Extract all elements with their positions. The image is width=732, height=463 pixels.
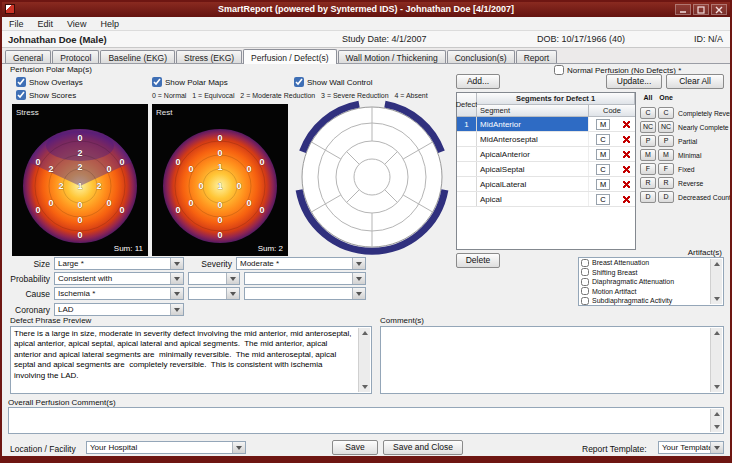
save-button[interactable]: Save	[332, 440, 378, 455]
rev-all-m-button[interactable]: M	[640, 149, 656, 161]
artifact-item[interactable]: Subdiaphragmatic Activity	[579, 296, 723, 306]
rev-one-m-button[interactable]: M	[658, 149, 674, 161]
segment-name-cell[interactable]: MidAnterior	[477, 117, 589, 131]
rev-one-d-button[interactable]: D	[658, 191, 674, 203]
segment-row[interactable]: 1MidAnteriorM	[457, 117, 635, 132]
rev-one-p-button[interactable]: P	[658, 135, 674, 147]
show-overlays-box[interactable]	[16, 77, 26, 87]
segment-name-cell[interactable]: ApicalLateral	[477, 177, 589, 191]
artifact-item[interactable]: Motion Artifact	[579, 287, 723, 297]
delete-segment-icon[interactable]	[623, 181, 630, 188]
segment-name-cell[interactable]: ApicalAnterior	[477, 147, 589, 161]
segment-row[interactable]: ApicalLateralM	[457, 177, 635, 192]
artifact-item[interactable]: Breast Attenuation	[579, 258, 723, 268]
show-wall-control-checkbox[interactable]: Show Wall Control	[294, 77, 373, 87]
artifact-item[interactable]: Shifting Breast	[579, 268, 723, 278]
show-overlays-checkbox[interactable]: Show Overlays	[16, 77, 83, 87]
segment-code-box[interactable]: M	[596, 119, 610, 130]
segment-code-cell[interactable]: M	[589, 177, 617, 191]
minimize-button[interactable]	[675, 4, 691, 15]
tab-wall-motion-thickening[interactable]: Wall Motion / Thickening	[338, 50, 446, 63]
overall-comments-textarea[interactable]	[8, 407, 724, 434]
segment-code-cell[interactable]: C	[589, 162, 617, 176]
show-polar-maps-checkbox[interactable]: Show Polar Maps	[152, 77, 228, 87]
rev-one-r-button[interactable]: R	[658, 177, 674, 189]
segment-code-cell[interactable]: C	[589, 192, 617, 206]
rev-all-p-button[interactable]: P	[640, 135, 656, 147]
delete-segment-icon[interactable]	[623, 196, 630, 203]
artifact-checkbox[interactable]	[581, 287, 589, 295]
severity-select[interactable]: Moderate *	[236, 257, 366, 270]
rev-one-f-button[interactable]: F	[658, 163, 674, 175]
artifact-item[interactable]: Diaphragmatic Attenuation	[579, 277, 723, 287]
comments-textarea[interactable]	[380, 326, 724, 394]
tab-report[interactable]: Report	[516, 50, 558, 63]
delete-segment-icon[interactable]	[623, 151, 630, 158]
rev-one-nc-button[interactable]: NC	[658, 121, 674, 133]
cause-extra2-select[interactable]	[244, 287, 366, 300]
delete-segment-icon[interactable]	[623, 136, 630, 143]
segment-code-cell[interactable]: M	[589, 147, 617, 161]
delete-segment-icon[interactable]	[623, 166, 630, 173]
defect-phrase-preview[interactable]: There is a large in size, moderate in se…	[10, 326, 372, 394]
probability-extra-select[interactable]	[188, 272, 240, 285]
delete-segment-icon[interactable]	[623, 121, 630, 128]
wall-control-map[interactable]	[294, 97, 452, 257]
segment-row[interactable]: ApicalSeptalC	[457, 162, 635, 177]
add-defect-button[interactable]: Add...	[456, 74, 500, 89]
rev-all-c-button[interactable]: C	[640, 107, 656, 119]
artifact-checkbox[interactable]	[581, 278, 589, 286]
rev-one-c-button[interactable]: C	[658, 107, 674, 119]
normal-perfusion-box[interactable]	[554, 65, 564, 75]
phrase-scrollbar[interactable]	[358, 328, 370, 392]
cause-extra-select[interactable]	[188, 287, 240, 300]
maximize-button[interactable]	[693, 4, 709, 15]
report-template-select[interactable]: Your Template	[658, 441, 724, 454]
menu-edit[interactable]: Edit	[31, 19, 61, 29]
menu-file[interactable]: File	[2, 19, 31, 29]
rev-all-r-button[interactable]: R	[640, 177, 656, 189]
segment-code-box[interactable]: C	[596, 164, 610, 175]
segment-code-box[interactable]: C	[596, 134, 610, 145]
segment-name-cell[interactable]: ApicalSeptal	[477, 162, 589, 176]
segment-code-cell[interactable]: M	[589, 117, 617, 131]
cause-select[interactable]: Ischemia *	[54, 287, 184, 300]
size-select[interactable]: Large *	[54, 257, 184, 270]
tab-baseline-ekg[interactable]: Baseline (EKG)	[100, 50, 175, 63]
show-polar-maps-box[interactable]	[152, 77, 162, 87]
show-scores-checkbox[interactable]: Show Scores	[16, 90, 76, 100]
menu-help[interactable]: Help	[93, 19, 126, 29]
artifacts-scrollbar[interactable]	[710, 259, 722, 304]
artifact-checkbox[interactable]	[581, 259, 589, 267]
rev-all-f-button[interactable]: F	[640, 163, 656, 175]
save-and-close-button[interactable]: Save and Close	[383, 440, 463, 455]
delete-defect-button[interactable]: Delete	[456, 253, 500, 268]
update-button[interactable]: Update...	[606, 74, 662, 89]
rev-all-nc-button[interactable]: NC	[640, 121, 656, 133]
segment-name-cell[interactable]: MidAnteroseptal	[477, 132, 589, 146]
menu-view[interactable]: View	[60, 19, 93, 29]
segment-code-box[interactable]: M	[596, 149, 610, 160]
overall-scrollbar[interactable]	[710, 409, 722, 432]
tab-stress-ekg[interactable]: Stress (EKG)	[176, 50, 242, 63]
artifact-checkbox[interactable]	[581, 268, 589, 276]
segment-code-cell[interactable]: C	[589, 132, 617, 146]
segment-code-box[interactable]: C	[596, 194, 610, 205]
tab-conclusion-s[interactable]: Conclusion(s)	[447, 50, 515, 63]
segment-row[interactable]: MidAnteroseptalC	[457, 132, 635, 147]
segment-row[interactable]: ApicalC	[457, 192, 635, 207]
clear-all-button[interactable]: Clear All	[666, 74, 724, 89]
probability-select[interactable]: Consistent with	[54, 272, 184, 285]
tab-perfusion-defect-s[interactable]: Perfusion / Defect(s)	[243, 49, 336, 64]
segment-code-box[interactable]: M	[596, 179, 610, 190]
rev-all-d-button[interactable]: D	[640, 191, 656, 203]
artifact-checkbox[interactable]	[581, 297, 589, 305]
close-button[interactable]	[711, 4, 727, 15]
location-facility-select[interactable]: Your Hospital	[86, 441, 246, 454]
segment-row[interactable]: ApicalAnteriorM	[457, 147, 635, 162]
comments-scrollbar[interactable]	[710, 328, 722, 392]
tab-protocol[interactable]: Protocol	[52, 50, 99, 63]
show-wall-control-box[interactable]	[294, 77, 304, 87]
tab-general[interactable]: General	[5, 50, 51, 63]
coronary-select[interactable]: LAD	[54, 303, 184, 316]
